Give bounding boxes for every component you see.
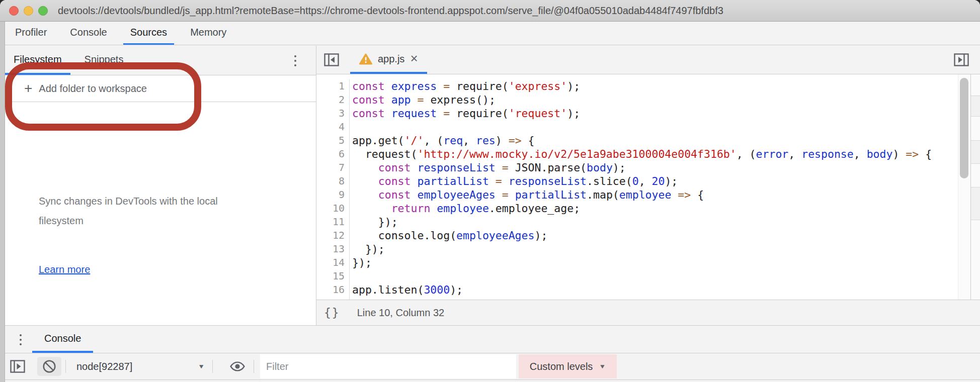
editor-scrollbar[interactable]	[958, 74, 970, 300]
code-line: 13 });	[316, 242, 980, 256]
scrollbar-thumb[interactable]	[960, 78, 968, 178]
navigator-overflow-menu-icon[interactable]	[288, 53, 303, 69]
tab-profiler[interactable]: Profiler	[8, 22, 54, 45]
code-editor[interactable]: 1const express = require('express');2con…	[316, 74, 980, 300]
code-line: 3const request = require('request');	[316, 107, 980, 120]
toolbar-divider	[65, 360, 66, 373]
eye-icon	[230, 361, 245, 372]
console-filter-input[interactable]	[260, 354, 516, 378]
tab-sources[interactable]: Sources	[123, 22, 174, 45]
code-line: 7 const responseList = JSON.parse(body);	[316, 161, 980, 174]
code-line: 16app.listen(3000);	[316, 283, 980, 297]
collapsed-debugger-sidebar[interactable]	[970, 74, 980, 300]
add-folder-label: Add folder to workspace	[39, 83, 147, 94]
log-levels-dropdown[interactable]: Custom levels ▼	[519, 354, 617, 378]
execution-context-label: node[92287]	[76, 361, 132, 372]
clear-console-button[interactable]	[37, 357, 61, 376]
log-levels-label: Custom levels	[530, 361, 593, 372]
code-line: 8 const partialList = responseList.slice…	[316, 174, 980, 188]
drawer-overflow-menu-icon[interactable]	[13, 332, 28, 348]
chevron-down-icon: ▼	[599, 363, 606, 370]
toolbar-divider	[212, 360, 213, 373]
code-line: 12 console.log(employeeAges);	[316, 229, 980, 242]
code-lines: 1const express = require('express');2con…	[316, 74, 980, 300]
minimize-window-button[interactable]	[24, 6, 33, 16]
code-line: 4	[316, 120, 980, 134]
code-line: 1const express = require('express');	[316, 79, 980, 93]
editor-tabbar: app.js ×	[316, 46, 980, 74]
tab-snippets[interactable]: Snippets	[76, 46, 132, 75]
main-tabbar: Profiler Console Sources Memory	[0, 22, 980, 45]
learn-more-link[interactable]: Learn more	[39, 264, 90, 275]
sources-navigator-pane: Filesystem Snippets + Add folder to work…	[5, 46, 316, 325]
navigator-tabbar: Filesystem Snippets	[5, 46, 316, 75]
window-title-url: devtools://devtools/bundled/js_app.html?…	[58, 5, 980, 17]
zoom-window-button[interactable]	[38, 6, 48, 16]
expand-console-icon[interactable]	[10, 360, 25, 373]
clear-console-icon	[42, 359, 57, 374]
editor-tab-appjs[interactable]: app.js ×	[350, 46, 427, 74]
tab-filesystem[interactable]: Filesystem	[5, 46, 70, 75]
drawer-tabbar: Console	[5, 326, 980, 353]
console-drawer: Console node[92287]	[5, 325, 980, 382]
code-line: 6 request('http://www.mocky.io/v2/5e1a9a…	[316, 147, 980, 161]
warning-icon	[359, 53, 372, 65]
execution-context-dropdown[interactable]: node[92287] ▼	[76, 361, 205, 372]
editor-statusbar: {} Line 10, Column 32	[316, 300, 980, 325]
code-line: 11 });	[316, 215, 980, 229]
add-folder-to-workspace-button[interactable]: + Add folder to workspace	[5, 75, 316, 102]
window-titlebar: devtools://devtools/bundled/js_app.html?…	[0, 0, 980, 22]
code-line: 9 const employeeAges = partialList.map(e…	[316, 188, 980, 202]
chevron-down-icon: ▼	[198, 363, 205, 370]
tab-console[interactable]: Console	[63, 22, 114, 45]
code-line: 5app.get('/', (req, res) => {	[316, 134, 980, 147]
code-line: 2const app = express();	[316, 93, 980, 107]
devtools-window: devtools://devtools/bundled/js_app.html?…	[0, 0, 980, 382]
console-toolbar: node[92287] ▼ Custom levels ▼	[5, 353, 980, 380]
close-tab-icon[interactable]: ×	[410, 52, 418, 65]
code-line: 15	[316, 269, 980, 283]
editor-tab-label: app.js	[378, 53, 404, 65]
drawer-tab-console[interactable]: Console	[32, 326, 93, 353]
traffic-lights	[9, 6, 48, 16]
collapse-navigator-icon[interactable]	[324, 53, 339, 66]
code-line: 14});	[316, 256, 980, 269]
plus-icon: +	[24, 81, 32, 96]
cursor-position-label: Line 10, Column 32	[357, 307, 444, 319]
close-window-button[interactable]	[9, 6, 19, 16]
pretty-print-icon[interactable]: {}	[324, 306, 340, 319]
editor-pane: app.js × 1const express = require('expre…	[316, 46, 980, 325]
toolbar-divider	[254, 360, 254, 373]
tab-memory[interactable]: Memory	[183, 22, 233, 45]
live-expression-button[interactable]	[230, 360, 245, 373]
code-line: 10 return employee.employee_age;	[316, 202, 980, 215]
workspace-sync-description: Sync changes in DevTools with the local …	[39, 192, 255, 231]
window-edge-strip	[0, 22, 5, 382]
show-debugger-sidebar-icon[interactable]	[954, 53, 969, 66]
